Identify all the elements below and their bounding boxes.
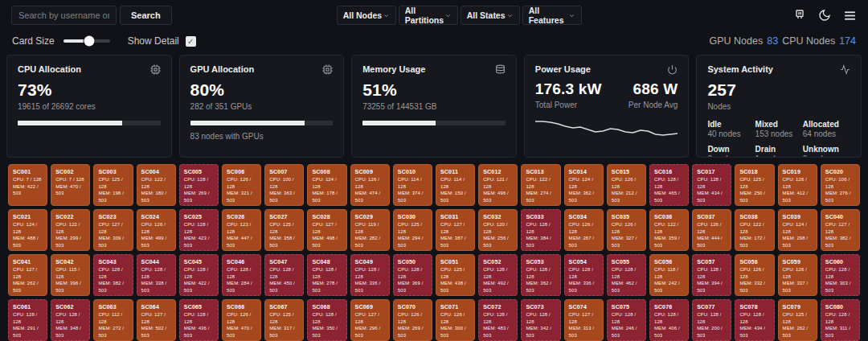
nodes-filter-dropdown[interactable]: All Nodes	[337, 6, 396, 25]
node-card[interactable]: SC073 CPU: 128 / 128 MEM: 342 / 503	[521, 299, 560, 341]
node-card[interactable]: SC071 CPU: 126 / 128 MEM: 300 / 503	[436, 299, 475, 341]
node-card[interactable]: SC039 CPU: 124 / 128 MEM: 298 / 503	[778, 209, 817, 251]
search-button[interactable]: Search	[120, 6, 172, 25]
node-card[interactable]: SC019 CPU: 126 / 128 MEM: 412 / 503	[778, 164, 817, 206]
features-filter-dropdown[interactable]: All Features	[522, 6, 582, 25]
node-card[interactable]: SC047 CPU: 128 / 128 MEM: 450 / 503	[264, 254, 304, 296]
gpu-icon[interactable]	[793, 9, 806, 22]
node-card[interactable]: SC046 CPU: 128 / 128 MEM: 284 / 503	[222, 254, 261, 296]
node-card[interactable]: SC043 CPU: 128 / 128 MEM: 382 / 503	[93, 254, 133, 296]
node-card[interactable]: SC040 CPU: 127 / 128 MEM: 382 / 503	[821, 209, 860, 251]
node-card[interactable]: SC030 CPU: 125 / 128 MEM: 294 / 503	[393, 209, 432, 251]
node-card[interactable]: SC068 CPU: 128 / 128 MEM: 350 / 503	[307, 299, 346, 341]
node-cpu-usage: CPU: 128 / 128	[612, 311, 642, 325]
node-card[interactable]: SC061 CPU: 128 / 128 MEM: 291 / 503	[8, 299, 47, 341]
node-card[interactable]: SC044 CPU: 128 / 128 MEM: 338 / 503	[137, 254, 176, 296]
node-card[interactable]: SC020 CPU: 106 / 128 MEM: 276 / 503	[821, 164, 860, 206]
node-card[interactable]: SC023 CPU: 127 / 128 MEM: 309 / 503	[93, 209, 133, 251]
node-card[interactable]: SC060 CPU: 128 / 128 MEM: 303 / 503	[821, 254, 860, 296]
node-card[interactable]: SC079 CPU: 125 / 128 MEM: 262 / 503	[778, 299, 817, 341]
node-card[interactable]: SC003 CPU: 125 / 128 MEM: 196 / 503	[93, 164, 133, 206]
search-input[interactable]	[11, 6, 117, 25]
node-card[interactable]: SC069 CPU: 127 / 128 MEM: 296 / 503	[350, 299, 390, 341]
node-mem-usage: MEM: 444 / 503	[697, 235, 727, 249]
node-card[interactable]: SC022 CPU: 122 / 128 MEM: 299 / 503	[51, 209, 90, 251]
node-card[interactable]: SC004 CPU: 122 / 128 MEM: 180 / 503	[137, 164, 176, 206]
node-card[interactable]: SC005 CPU: 128 / 128 MEM: 269 / 503	[179, 164, 219, 206]
node-card[interactable]: SC058 CPU: 126 / 128 MEM: 332 / 503	[735, 254, 774, 296]
node-card[interactable]: SC051 CPU: 125 / 128 MEM: 438 / 503	[436, 254, 475, 296]
node-card[interactable]: SC016 CPU: 128 / 128 MEM: 465 / 503	[649, 164, 689, 206]
node-card[interactable]: SC014 CPU: 124 / 128 MEM: 362 / 503	[564, 164, 604, 206]
node-card[interactable]: SC066 CPU: 126 / 128 MEM: 470 / 503	[222, 299, 261, 341]
hamburger-menu-icon[interactable]	[843, 9, 857, 23]
node-card[interactable]: SC074 CPU: 127 / 128 MEM: 313 / 503	[564, 299, 604, 341]
node-card[interactable]: SC064 CPU: 127 / 128 MEM: 502 / 503	[137, 299, 176, 341]
node-card[interactable]: SC052 CPU: 128 / 128 MEM: 492 / 503	[478, 254, 518, 296]
node-card[interactable]: SC013 CPU: 122 / 128 MEM: 274 / 503	[521, 164, 560, 206]
node-mem-usage: MEM: 462 / 503	[612, 280, 642, 294]
node-card[interactable]: SC032 CPU: 120 / 128 MEM: 256 / 503	[478, 209, 518, 251]
node-card[interactable]: SC050 CPU: 128 / 128 MEM: 369 / 503	[393, 254, 432, 296]
node-card[interactable]: SC037 CPU: 126 / 128 MEM: 444 / 503	[692, 209, 731, 251]
node-card[interactable]: SC048 CPU: 128 / 128 MEM: 278 / 503	[307, 254, 346, 296]
node-card[interactable]: SC007 CPU: 100 / 128 MEM: 363 / 503	[264, 164, 304, 206]
chevron-down-icon	[444, 12, 452, 19]
node-name: SC049	[355, 259, 386, 265]
node-card[interactable]: SC038 CPU: 122 / 128 MEM: 172 / 503	[735, 209, 774, 251]
states-filter-dropdown[interactable]: All States	[461, 6, 520, 25]
node-card[interactable]: SC059 CPU: 126 / 128 MEM: 337 / 503	[778, 254, 817, 296]
node-card[interactable]: SC011 CPU: 114 / 128 MEM: 150 / 503	[436, 164, 475, 206]
node-card[interactable]: SC049 CPU: 128 / 128 MEM: 336 / 503	[350, 254, 390, 296]
partitions-filter-dropdown[interactable]: All Partitions	[399, 6, 458, 25]
node-card[interactable]: SC006 CPU: 126 / 128 MEM: 321 / 503	[222, 164, 261, 206]
node-card[interactable]: SC045 CPU: 128 / 128 MEM: 422 / 503	[179, 254, 219, 296]
node-card[interactable]: SC010 CPU: 114 / 128 MEM: 374 / 503	[393, 164, 432, 206]
node-card[interactable]: SC025 CPU: 128 / 128 MEM: 423 / 503	[179, 209, 219, 251]
node-card[interactable]: SC042 CPU: 115 / 128 MEM: 396 / 503	[51, 254, 90, 296]
node-card[interactable]: SC057 CPU: 128 / 128 MEM: 394 / 503	[692, 254, 731, 296]
node-card[interactable]: SC015 CPU: 126 / 128 MEM: 212 / 503	[607, 164, 646, 206]
node-card[interactable]: SC021 CPU: 124 / 128 MEM: 488 / 503	[8, 209, 47, 251]
node-card[interactable]: SC075 CPU: 128 / 128 MEM: 246 / 503	[607, 299, 646, 341]
node-card[interactable]: SC070 CPU: 126 / 128 MEM: 269 / 503	[393, 299, 432, 341]
node-card[interactable]: SC008 CPU: 124 / 128 MEM: 178 / 503	[307, 164, 346, 206]
slider-thumb[interactable]	[84, 36, 94, 47]
node-card[interactable]: SC041 CPU: 127 / 128 MEM: 262 / 503	[8, 254, 47, 296]
node-card[interactable]: SC028 CPU: 127 / 128 MEM: 498 / 503	[307, 209, 346, 251]
node-card[interactable]: SC002 CPU: 7 / 128 MEM: 470 / 503	[51, 164, 90, 206]
node-card[interactable]: SC033 CPU: 128 / 128 MEM: 384 / 503	[521, 209, 560, 251]
node-card[interactable]: SC026 CPU: 123 / 128 MEM: 447 / 503	[222, 209, 261, 251]
node-card[interactable]: SC076 CPU: 128 / 128 MEM: 406 / 503	[649, 299, 689, 341]
node-cpu-usage: CPU: 126 / 128	[783, 266, 813, 280]
dark-mode-moon-icon[interactable]	[818, 9, 831, 22]
node-card[interactable]: SC062 CPU: 128 / 128 MEM: 348 / 503	[51, 299, 90, 341]
node-card[interactable]: SC055 CPU: 128 / 128 MEM: 462 / 503	[607, 254, 646, 296]
node-card[interactable]: SC063 CPU: 112 / 128 MEM: 272 / 503	[93, 299, 133, 341]
node-card[interactable]: SC065 CPU: 128 / 128 MEM: 436 / 503	[179, 299, 219, 341]
node-card[interactable]: SC034 CPU: 126 / 128 MEM: 267 / 503	[564, 209, 604, 251]
node-card[interactable]: SC012 CPU: 121 / 128 MEM: 496 / 503	[478, 164, 518, 206]
node-card[interactable]: SC018 CPU: 125 / 128 MEM: 250 / 503	[735, 164, 774, 206]
node-card[interactable]: SC053 CPU: 128 / 128 MEM: 362 / 503	[521, 254, 560, 296]
cpu-progress-fill	[18, 121, 122, 125]
node-card[interactable]: SC027 CPU: 125 / 128 MEM: 358 / 503	[264, 209, 304, 251]
node-card[interactable]: SC029 CPU: 119 / 128 MEM: 282 / 503	[350, 209, 390, 251]
node-card[interactable]: SC072 CPU: 128 / 128 MEM: 483 / 503	[478, 299, 518, 341]
node-card[interactable]: SC067 CPU: 125 / 128 MEM: 317 / 503	[264, 299, 304, 341]
node-card[interactable]: SC077 CPU: 128 / 128 MEM: 200 / 503	[692, 299, 731, 341]
node-card[interactable]: SC036 CPU: 122 / 128 MEM: 359 / 503	[649, 209, 689, 251]
node-card[interactable]: SC009 CPU: 126 / 128 MEM: 474 / 503	[350, 164, 390, 206]
node-card[interactable]: SC017 CPU: 128 / 128 MEM: 434 / 503	[692, 164, 731, 206]
node-card[interactable]: SC035 CPU: 126 / 128 MEM: 327 / 503	[607, 209, 646, 251]
node-card[interactable]: SC056 CPU: 118 / 128 MEM: 242 / 503	[649, 254, 689, 296]
node-card[interactable]: SC031 CPU: 127 / 128 MEM: 387 / 503	[436, 209, 475, 251]
node-card[interactable]: SC054 CPU: 128 / 128 MEM: 336 / 503	[564, 254, 604, 296]
node-card[interactable]: SC080 CPU: 128 / 128 MEM: 311 / 503	[821, 299, 860, 341]
node-card[interactable]: SC024 CPU: 126 / 128 MEM: 499 / 503	[137, 209, 176, 251]
card-size-slider[interactable]	[63, 39, 110, 43]
node-card[interactable]: SC001 CPU: 7 / 128 MEM: 422 / 503	[8, 164, 47, 206]
database-icon	[495, 64, 506, 75]
node-card[interactable]: SC078 CPU: 128 / 128 MEM: 434 / 503	[735, 299, 774, 341]
show-detail-checkbox[interactable]: ✓	[186, 36, 196, 47]
